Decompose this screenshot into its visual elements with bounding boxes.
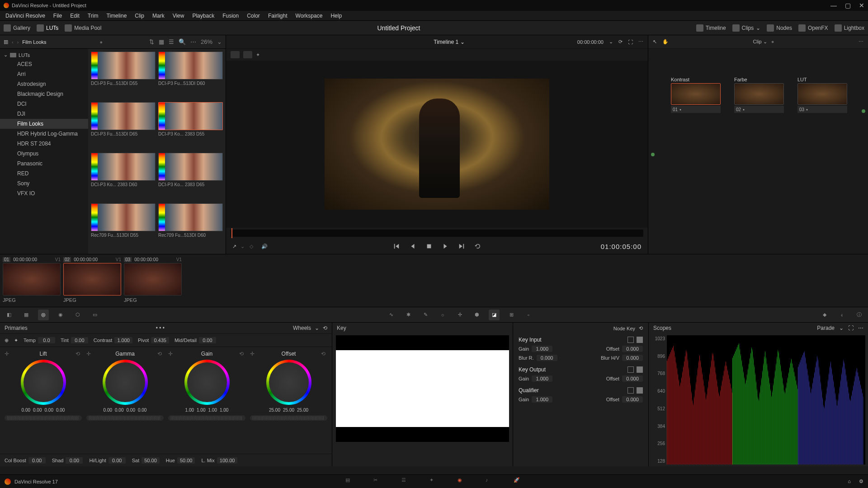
- source-timecode[interactable]: 00:00:00:00: [577, 39, 604, 45]
- fusion-page-icon[interactable]: ✦: [429, 477, 439, 486]
- lut-card[interactable]: DCI-P3 Ko... 2383 D65: [158, 153, 223, 201]
- tree-item[interactable]: DCI: [0, 99, 88, 109]
- sort-icon[interactable]: ⇅: [149, 38, 154, 45]
- lut-card[interactable]: DCI-P3 Fu...513DI D60: [158, 52, 223, 99]
- footer-adjust[interactable]: Hi/Light0.00: [89, 457, 125, 464]
- lut-card[interactable]: Rec709 Fu...513DI D60: [158, 203, 223, 251]
- menu-item[interactable]: File: [50, 12, 66, 20]
- menu-item[interactable]: Fairlight: [264, 12, 291, 20]
- tracking-icon[interactable]: ✢: [454, 310, 465, 320]
- menu-item[interactable]: Workspace: [292, 12, 326, 20]
- qualifier-icon[interactable]: ✎: [420, 310, 431, 320]
- picker-2-icon[interactable]: ✦: [14, 338, 18, 343]
- qualifier-picker-icon[interactable]: ↗: [232, 244, 236, 249]
- clips-button[interactable]: Clips ⌄: [732, 24, 761, 32]
- master-wheel[interactable]: [168, 415, 245, 421]
- invert-icon[interactable]: [637, 387, 643, 394]
- source-connector[interactable]: [651, 153, 655, 156]
- lut-card[interactable]: DCI-P3 Fu...513DI D55: [91, 52, 156, 99]
- luts-button[interactable]: LUTs: [37, 24, 58, 32]
- lut-card[interactable]: DCI-P3 Ko... 2383 D55: [158, 102, 223, 150]
- picker-icon[interactable]: ✛: [168, 351, 175, 357]
- color-node[interactable]: Farbe02▪: [734, 76, 784, 113]
- key-value[interactable]: 1.000: [532, 396, 552, 403]
- menu-item[interactable]: Fusion: [219, 12, 242, 20]
- lut-card[interactable]: Rec709 Fu...513DI D55: [91, 203, 156, 251]
- menu-item[interactable]: View: [169, 12, 188, 20]
- reset-icon[interactable]: ⟲: [239, 351, 245, 357]
- fairlight-page-icon[interactable]: ♪: [486, 477, 495, 486]
- more-icon[interactable]: ⋯: [858, 325, 863, 331]
- master-wheel[interactable]: [250, 415, 327, 421]
- key-value[interactable]: 0.000: [537, 355, 557, 361]
- stop-button[interactable]: [426, 243, 432, 249]
- matte-icon[interactable]: [627, 337, 634, 343]
- tree-root[interactable]: ⌄LUTs: [0, 51, 88, 59]
- info-icon[interactable]: ⓘ: [854, 310, 864, 320]
- chevron-down-icon[interactable]: ⌄: [839, 325, 844, 331]
- timeline-name[interactable]: Timeline 1: [434, 39, 458, 45]
- motion-effects-icon[interactable]: ▭: [90, 310, 100, 320]
- key-value[interactable]: 0.000: [622, 396, 643, 403]
- invert-icon[interactable]: [637, 337, 643, 343]
- more-icon[interactable]: ⋯: [638, 39, 643, 45]
- matte-icon[interactable]: [627, 387, 634, 394]
- pivot-value[interactable]: 0.435: [151, 337, 169, 343]
- window-icon[interactable]: ○: [437, 310, 448, 320]
- lut-card[interactable]: DCI-P3 Ko... 2383 D60: [91, 153, 156, 201]
- hdr-wheels-icon[interactable]: ◉: [55, 310, 66, 320]
- chevron-down-icon[interactable]: ⌄: [763, 39, 767, 44]
- image-wipe-icon[interactable]: [231, 51, 240, 58]
- mediapool-button[interactable]: Media Pool: [65, 24, 101, 32]
- edit-page-icon[interactable]: ☰: [401, 477, 410, 486]
- color-wheels-icon[interactable]: ◎: [38, 310, 49, 320]
- menu-item[interactable]: Help: [327, 12, 345, 20]
- wheel-values[interactable]: 0.000.000.000.00: [22, 408, 65, 413]
- output-connector[interactable]: [862, 109, 865, 113]
- key-value[interactable]: 0.000: [622, 355, 643, 361]
- expand-icon[interactable]: ⛶: [628, 39, 633, 45]
- mode-label[interactable]: Wheels: [293, 325, 311, 331]
- clip-thumbnail[interactable]: 0200:00:00:00V1JPEG: [63, 257, 121, 303]
- key-value[interactable]: 1.000: [532, 375, 552, 382]
- clip-thumbnail[interactable]: 0300:00:00:00V1JPEG: [124, 257, 182, 303]
- wheel-values[interactable]: 1.001.001.001.00: [185, 408, 229, 413]
- tree-item[interactable]: Film Looks: [0, 119, 88, 129]
- clip-thumbnail[interactable]: 0100:00:00:00V1JPEG: [3, 257, 61, 303]
- menu-item[interactable]: Mark: [149, 12, 168, 20]
- middetail-value[interactable]: 0.00: [199, 337, 216, 343]
- menu-item[interactable]: Playback: [189, 12, 218, 20]
- color-node[interactable]: Kontrast01▪: [671, 76, 721, 113]
- node-mode[interactable]: Clip: [753, 39, 762, 44]
- menu-item[interactable]: Trim: [84, 12, 102, 20]
- footer-adjust[interactable]: Hue50.00: [166, 457, 195, 464]
- grid-view-icon[interactable]: ▦: [159, 38, 164, 45]
- color-wheel[interactable]: [21, 360, 66, 405]
- color-node[interactable]: LUT03▪: [797, 76, 847, 113]
- scopes-icon[interactable]: ⫞: [836, 310, 847, 320]
- play-button[interactable]: [442, 243, 448, 249]
- tree-item[interactable]: VFX IO: [0, 188, 88, 198]
- minimize-button[interactable]: —: [830, 2, 837, 9]
- nodes-button[interactable]: Nodes: [767, 24, 792, 32]
- tree-item[interactable]: Panasonic: [0, 159, 88, 169]
- nav-back-icon[interactable]: ‹: [12, 39, 14, 45]
- master-wheel[interactable]: [86, 415, 164, 421]
- tree-item[interactable]: Arri: [0, 69, 88, 79]
- curves-icon[interactable]: ∿: [386, 310, 396, 320]
- lightbox-button[interactable]: Lightbox: [835, 24, 864, 32]
- tree-item[interactable]: Sony: [0, 178, 88, 188]
- color-wheel[interactable]: [103, 360, 148, 405]
- key-icon[interactable]: ◪: [489, 310, 500, 320]
- menu-item[interactable]: Edit: [66, 12, 83, 20]
- hand-icon[interactable]: ✋: [662, 39, 669, 45]
- pointer-icon[interactable]: ↖: [653, 39, 657, 45]
- sizing-icon[interactable]: ⊞: [506, 310, 517, 320]
- tree-item[interactable]: Astrodesign: [0, 79, 88, 89]
- color-page-icon[interactable]: ◉: [458, 477, 467, 486]
- bypass-icon[interactable]: ⟳: [618, 39, 623, 45]
- color-wheel[interactable]: [184, 360, 230, 405]
- key-value[interactable]: 0.000: [622, 346, 643, 352]
- menu-item[interactable]: DaVinci Resolve: [2, 12, 49, 20]
- wheel-values[interactable]: 25.0025.0025.00: [269, 408, 308, 413]
